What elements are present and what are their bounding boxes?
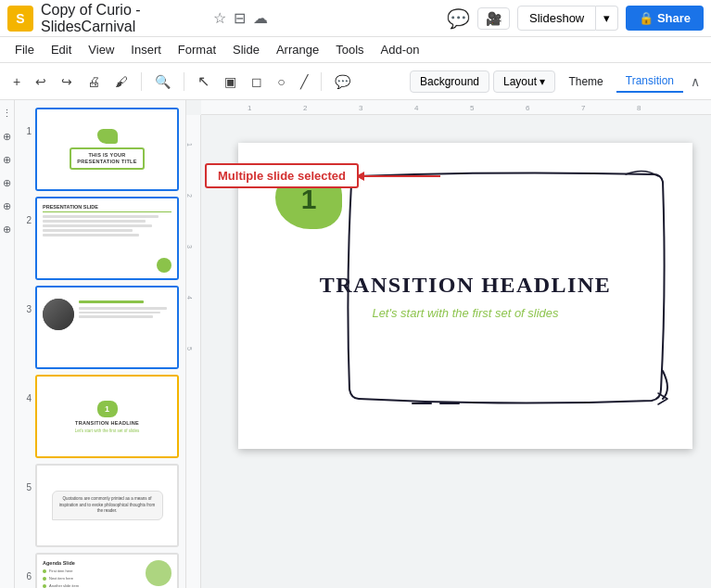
left-tool-3[interactable]: ⊕ <box>3 154 11 166</box>
main-subtitle-text: Let's start with the first set of slides <box>372 306 558 320</box>
left-tool-2[interactable]: ⊕ <box>3 131 11 143</box>
ruler-ticks: 1 2 3 4 5 6 7 8 <box>248 104 692 112</box>
slide5-quote-text: Quotations are commonly printed as a mea… <box>57 496 158 515</box>
slide4-title: Transition Headline <box>75 420 139 426</box>
slide2-title: Presentation Slide <box>43 204 171 212</box>
slide-number-5: 5 <box>19 482 32 492</box>
slide4-blob: 1 <box>97 401 118 417</box>
main-headline-text: Transition Headline <box>320 273 612 297</box>
slideshow-button[interactable]: Slideshow <box>517 6 596 31</box>
slide-number-2: 2 <box>19 215 32 225</box>
toolbar-comment-btn[interactable]: 💬 <box>329 70 356 93</box>
slide-thumb-1[interactable]: This Is YourPresentation Title <box>35 108 179 191</box>
app-logo: S <box>7 6 33 32</box>
toolbar: + ↩ ↪ 🖨 🖌 🔍 ↖ ▣ ◻ ○ ╱ 💬 Background Layou… <box>0 63 711 100</box>
slide1-title-box: This Is YourPresentation Title <box>70 147 144 170</box>
slide3-content <box>79 293 171 362</box>
toolbar-zoom-btn[interactable]: 🔍 <box>149 70 176 93</box>
comment-icon[interactable]: 💬 <box>447 7 470 30</box>
toolbar-select-btn[interactable]: ↖ <box>192 69 215 94</box>
left-toolbar: ⋮ ⊕ ⊕ ⊕ ⊕ ⊕ <box>0 100 15 588</box>
annotation-label: Multiple slide selected <box>205 163 359 188</box>
title-icons: ☆ ⊟ ☁ <box>213 9 268 27</box>
toolbar-redo-btn[interactable]: ↪ <box>56 70 78 93</box>
slide-item[interactable]: 5 Quotations are commonly printed as a m… <box>19 464 182 547</box>
slide3-photo <box>43 299 74 330</box>
main-subtitle: Let's start with the first set of slides <box>238 306 692 320</box>
slide-item[interactable]: 4 1 Transition Headline Let's start with… <box>19 375 182 458</box>
meet-icon[interactable]: 🎥 <box>477 7 510 30</box>
toolbar-right: Background Layout ▾ Theme Transition ∧ <box>410 70 704 93</box>
annotation: Multiple slide selected <box>205 163 440 188</box>
menu-bar: File Edit View Insert Format Slide Arran… <box>0 37 711 63</box>
toolbar-collapse-btn[interactable]: ∧ <box>687 70 704 93</box>
slide2-lines <box>43 215 171 236</box>
slide-number-3: 3 <box>19 304 32 314</box>
slide-thumb-5[interactable]: Quotations are commonly printed as a mea… <box>35 464 179 547</box>
share-button[interactable]: 🔒 Share <box>626 6 704 31</box>
toolbar-add-btn[interactable]: + <box>7 70 26 93</box>
menu-slide[interactable]: Slide <box>225 41 267 58</box>
left-tool-1[interactable]: ⋮ <box>2 108 12 120</box>
slide-thumb-6[interactable]: Agenda Slide First item here Next item h… <box>35 553 179 588</box>
slideshow-btn-group: Slideshow ▾ <box>517 6 618 31</box>
slide-number-4: 4 <box>19 393 32 403</box>
annotation-arrow <box>357 175 440 177</box>
toolbar-line-btn[interactable]: ╱ <box>295 70 313 93</box>
slide2-dot <box>157 258 171 273</box>
slide-item[interactable]: 1 This Is YourPresentation Title <box>19 108 182 191</box>
toolbar-frame-btn[interactable]: ▣ <box>219 70 242 93</box>
slide-item[interactable]: 2 Presentation Slide <box>19 197 182 280</box>
toolbar-sep3 <box>321 72 322 91</box>
layout-button[interactable]: Layout ▾ <box>493 70 555 93</box>
slide1-title-text: This Is YourPresentation Title <box>77 152 136 165</box>
main-slide-content: 1 <box>238 143 692 449</box>
menu-tools[interactable]: Tools <box>328 41 371 58</box>
slide5-quote-bubble: Quotations are commonly printed as a mea… <box>52 491 163 520</box>
toolbar-sep1 <box>141 72 142 91</box>
slide-number-1: 1 <box>19 126 32 136</box>
slideshow-dropdown-button[interactable]: ▾ <box>596 6 618 31</box>
slide6-img <box>146 560 171 586</box>
menu-file[interactable]: File <box>7 41 42 58</box>
menu-addons[interactable]: Add-on <box>374 41 427 58</box>
slide-thumb-4[interactable]: 1 Transition Headline Let's start with t… <box>35 375 179 458</box>
left-tool-6[interactable]: ⊕ <box>3 224 11 236</box>
menu-arrange[interactable]: Arrange <box>269 41 326 58</box>
left-tool-4[interactable]: ⊕ <box>3 177 11 189</box>
slide-item[interactable]: 6 Agenda Slide First item here Next item… <box>19 553 182 588</box>
slide4-subtitle: Let's start with the first set of slides <box>75 428 140 433</box>
title-bar: S Copy of Curio - SlidesCarnival ☆ ⊟ ☁ 💬… <box>0 0 711 37</box>
slide1-blob <box>97 129 118 144</box>
transition-button[interactable]: Transition <box>616 70 683 93</box>
toolbar-sep2 <box>184 72 184 91</box>
left-tool-5[interactable]: ⊕ <box>3 200 11 212</box>
slide-thumb-3[interactable] <box>35 286 179 369</box>
main-headline: Transition Headline <box>238 273 692 298</box>
background-button[interactable]: Background <box>410 70 489 93</box>
toolbar-undo-btn[interactable]: ↩ <box>30 70 52 93</box>
cloud-icon: ☁ <box>253 9 268 27</box>
menu-insert[interactable]: Insert <box>123 41 169 58</box>
drive-icon[interactable]: ⊟ <box>234 9 246 27</box>
main-content: ⋮ ⊕ ⊕ ⊕ ⊕ ⊕ 1 This Is YourPresentation T… <box>0 100 711 588</box>
slide-number-6: 6 <box>19 571 32 582</box>
menu-edit[interactable]: Edit <box>44 41 79 58</box>
slide-thumb-2[interactable]: Presentation Slide <box>35 197 179 280</box>
ruler-left-ticks: 1 2 3 4 5 <box>186 143 193 398</box>
canvas-area: Multiple slide selected 1 2 3 4 5 6 7 8 <box>186 100 711 588</box>
toolbar-circle-btn[interactable]: ○ <box>272 70 290 93</box>
toolbar-print-btn[interactable]: 🖨 <box>82 70 106 93</box>
app-title: Copy of Curio - SlidesCarnival <box>41 2 206 35</box>
menu-view[interactable]: View <box>81 41 121 58</box>
toolbar-paint-btn[interactable]: 🖌 <box>109 70 133 93</box>
toolbar-shape-btn[interactable]: ◻ <box>246 70 268 93</box>
theme-button[interactable]: Theme <box>559 71 612 92</box>
slide-panel: 1 This Is YourPresentation Title 2 Prese… <box>15 100 186 588</box>
menu-format[interactable]: Format <box>171 41 223 58</box>
ruler-left: 1 2 3 4 5 <box>186 115 201 588</box>
slide-item[interactable]: 3 <box>19 286 182 369</box>
main-slide-canvas[interactable]: 1 <box>238 143 692 449</box>
ruler-top: 1 2 3 4 5 6 7 8 <box>201 100 711 115</box>
star-icon[interactable]: ☆ <box>213 9 226 27</box>
